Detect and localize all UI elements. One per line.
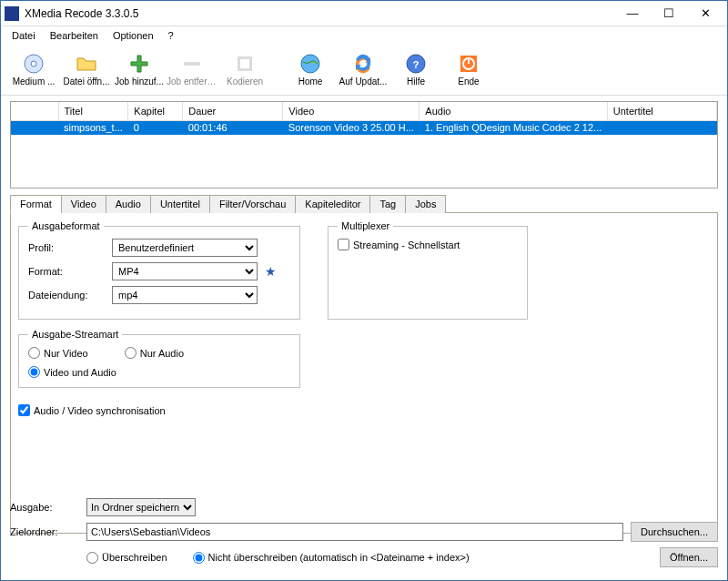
cell-video: Sorenson Video 3 25.00 H... [283, 120, 420, 135]
select-format[interactable]: MP4 [112, 262, 258, 280]
label-zielordner: Zielordner: [10, 526, 79, 537]
tab-strip: Format Video Audio Untertitel Filter/Vor… [10, 194, 718, 213]
fieldset-multiplexer: Multiplexer Streaming - Schnellstart [328, 220, 528, 320]
select-ausgabe[interactable]: In Ordner speichern [86, 498, 196, 516]
refresh-icon [352, 53, 374, 75]
svg-point-1 [31, 61, 36, 66]
minus-icon [181, 53, 203, 75]
radio-video-und-audio[interactable] [28, 366, 40, 378]
toolbar-encode: Kodieren [219, 47, 270, 93]
tab-filter[interactable]: Filter/Vorschau [209, 195, 296, 213]
col-dauer[interactable]: Dauer [183, 102, 283, 120]
radio-nur-audio-wrap[interactable]: Nur Audio [125, 347, 184, 359]
menu-hilfe[interactable]: ? [161, 28, 181, 43]
toolbar-update[interactable]: Auf Updat... [338, 47, 389, 93]
toolbar-encode-label: Kodieren [227, 76, 263, 87]
legend-streamart: Ausgabe-Streamart [28, 329, 122, 340]
toolbar-update-label: Auf Updat... [339, 76, 388, 87]
tab-tag[interactable]: Tag [369, 195, 406, 213]
maximize-button[interactable]: ☐ [651, 2, 687, 25]
col-untertitel[interactable]: Untertitel [607, 102, 716, 120]
button-durchsuchen[interactable]: Durchsuchen... [631, 522, 718, 542]
cell-untertitel [607, 120, 716, 135]
label-format: Format: [28, 266, 106, 277]
radio-nur-video[interactable] [28, 347, 40, 359]
checkbox-avsync[interactable] [18, 404, 30, 416]
checkbox-avsync-wrap[interactable]: Audio / Video synchronisation [18, 404, 710, 416]
toolbar-help[interactable]: ? Hilfe [390, 47, 441, 93]
globe-icon [299, 53, 321, 75]
table-row[interactable]: simpsons_t... 0 00:01:46 Sorenson Video … [11, 120, 717, 135]
toolbar-job-add[interactable]: Job hinzuf... [114, 47, 165, 93]
radio-nur-audio[interactable] [125, 347, 136, 359]
cell-kapitel: 0 [128, 120, 183, 135]
menu-bar: Datei Bearbeiten Optionen ? [1, 26, 727, 45]
fieldset-ausgabeformat: Ausgabeformat Profil: Benutzerdefiniert … [18, 220, 300, 320]
checkbox-avsync-label: Audio / Video synchronisation [34, 405, 166, 416]
toolbar-medium-label: Medium ... [13, 76, 56, 87]
col-kapitel[interactable]: Kapitel [128, 102, 183, 120]
toolbar-job-remove: Job entfern... [167, 47, 217, 93]
checkbox-streaming-wrap[interactable]: Streaming - Schnellstart [338, 239, 518, 250]
checkbox-streaming-label: Streaming - Schnellstart [353, 240, 460, 250]
svg-rect-4 [240, 59, 249, 68]
tab-video[interactable]: Video [61, 195, 106, 213]
label-ext: Dateiendung: [28, 290, 106, 301]
svg-text:?: ? [413, 59, 420, 70]
radio-nicht-ueberschreiben-wrap[interactable]: Nicht überschreiben (automatisch in <Dat… [193, 552, 470, 564]
tab-untertitel[interactable]: Untertitel [150, 195, 210, 213]
col-video[interactable]: Video [283, 102, 420, 120]
radio-nur-audio-label: Nur Audio [140, 348, 184, 359]
tab-kapitel[interactable]: Kapiteleditor [295, 195, 370, 213]
disc-icon [23, 53, 45, 75]
legend-multiplexer: Multiplexer [338, 220, 393, 231]
app-icon [5, 6, 19, 21]
toolbar-home-label: Home [298, 76, 323, 87]
radio-ueberschreiben-wrap[interactable]: Überschreiben [86, 552, 167, 564]
toolbar-exit-label: Ende [458, 76, 479, 87]
encode-icon [234, 53, 256, 75]
bottom-output-panel: Ausgabe: In Ordner speichern Zielordner:… [10, 498, 718, 573]
file-table[interactable]: Titel Kapitel Dauer Video Audio Untertit… [11, 102, 717, 135]
col-icon[interactable] [11, 102, 58, 120]
radio-ueberschreiben-label: Überschreiben [102, 552, 167, 563]
toolbar-medium-open[interactable]: Medium ... [8, 47, 59, 93]
minimize-button[interactable]: — [614, 2, 651, 25]
tab-format[interactable]: Format [10, 195, 62, 213]
checkbox-streaming[interactable] [338, 239, 349, 250]
toolbar-exit[interactable]: Ende [443, 47, 494, 93]
fieldset-streamart: Ausgabe-Streamart Nur Video Nur Audio Vi… [18, 329, 300, 388]
radio-ueberschreiben[interactable] [86, 552, 98, 564]
col-audio[interactable]: Audio [420, 102, 607, 120]
folder-open-icon [76, 53, 97, 75]
menu-bearbeiten[interactable]: Bearbeiten [43, 28, 106, 43]
toolbar-file-label: Datei öffn... [64, 76, 110, 87]
button-oeffnen[interactable]: Öffnen... [660, 547, 718, 567]
cell-dauer: 00:01:46 [183, 120, 283, 135]
toolbar-jobadd-label: Job hinzuf... [115, 76, 164, 87]
title-bar: XMedia Recode 3.3.0.5 — ☐ ✕ [1, 1, 727, 26]
label-profil: Profil: [28, 242, 106, 253]
tab-body-format: Ausgabeformat Profil: Benutzerdefiniert … [10, 213, 718, 534]
toolbar-file-open[interactable]: Datei öffn... [61, 47, 112, 93]
col-titel[interactable]: Titel [58, 102, 128, 120]
cell-titel: simpsons_t... [58, 120, 128, 135]
select-ext[interactable]: mp4 [112, 286, 258, 304]
radio-nicht-ueberschreiben[interactable] [193, 552, 205, 564]
menu-datei[interactable]: Datei [5, 28, 43, 43]
favorite-icon[interactable]: ★ [263, 264, 278, 279]
radio-nur-video-label: Nur Video [44, 348, 88, 359]
window-title: XMedia Recode 3.3.0.5 [25, 7, 614, 20]
tab-jobs[interactable]: Jobs [405, 195, 446, 213]
legend-ausgabeformat: Ausgabeformat [28, 220, 104, 231]
radio-video-und-audio-wrap[interactable]: Video und Audio [28, 366, 290, 378]
select-profil[interactable]: Benutzerdefiniert [112, 239, 258, 257]
menu-optionen[interactable]: Optionen [106, 28, 161, 43]
close-button[interactable]: ✕ [687, 2, 723, 25]
radio-nur-video-wrap[interactable]: Nur Video [28, 347, 88, 359]
power-icon [458, 53, 480, 75]
input-zielordner[interactable] [86, 523, 623, 541]
tab-audio[interactable]: Audio [106, 195, 151, 213]
toolbar-home[interactable]: Home [285, 47, 336, 93]
toolbar-jobrem-label: Job entfern... [167, 76, 217, 87]
